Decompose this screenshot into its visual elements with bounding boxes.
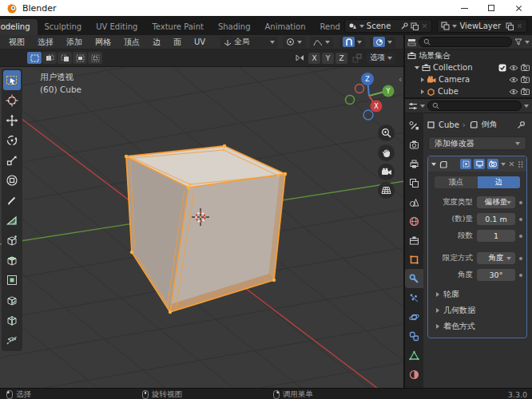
tab-animation[interactable]: Animation bbox=[258, 19, 313, 35]
render-visibility-icon[interactable] bbox=[521, 88, 530, 95]
tool-knife[interactable] bbox=[3, 330, 21, 350]
viewport-3d[interactable]: 用户透视 (60) Cube Z Y X bbox=[0, 67, 403, 388]
tab-sculpting[interactable]: Sculpting bbox=[38, 19, 89, 35]
tab-collection[interactable] bbox=[405, 231, 423, 250]
tab-edges[interactable]: 边 bbox=[478, 176, 521, 188]
outliner-row-collection[interactable]: Collection bbox=[405, 61, 532, 73]
tab-uv-editing[interactable]: UV Editing bbox=[89, 19, 145, 35]
tab-vertices[interactable]: 顶点 bbox=[435, 176, 478, 188]
eye-icon[interactable] bbox=[509, 89, 518, 95]
menu-face[interactable]: 面 bbox=[168, 37, 187, 48]
render-visibility-icon[interactable] bbox=[521, 64, 530, 71]
options-dropdown[interactable]: 选项 bbox=[367, 53, 395, 64]
tool-annotate[interactable] bbox=[3, 190, 21, 210]
copy-icon[interactable] bbox=[411, 22, 419, 30]
outliner-editor-icon[interactable] bbox=[407, 38, 416, 46]
tool-inset-faces[interactable] bbox=[3, 270, 21, 290]
breadcrumb-modifier[interactable]: 倒角 bbox=[482, 119, 498, 130]
sidebar-collapse-arrow[interactable]: ‹ bbox=[399, 75, 402, 84]
select-mode-tweak[interactable] bbox=[27, 52, 42, 64]
expand-icon[interactable] bbox=[421, 89, 424, 94]
width-type-dropdown[interactable]: 偏移量 bbox=[477, 196, 515, 208]
snap-toggle-group[interactable] bbox=[339, 37, 365, 48]
select-mode-extend[interactable] bbox=[58, 52, 72, 64]
menu-add[interactable]: 添加 bbox=[61, 37, 88, 48]
angle-field[interactable]: 30° bbox=[477, 269, 515, 281]
render-visibility-icon[interactable] bbox=[521, 76, 530, 83]
tab-object-data[interactable] bbox=[405, 346, 423, 365]
section-geometry[interactable]: 几何数据 bbox=[428, 302, 526, 318]
menu-select[interactable]: 选择 bbox=[32, 37, 59, 48]
snap-with-group[interactable] bbox=[370, 37, 395, 48]
properties-editor-icon[interactable] bbox=[408, 102, 418, 110]
proportional-falloff-dropdown[interactable] bbox=[310, 37, 333, 48]
breadcrumb-object[interactable]: Cube bbox=[439, 120, 459, 129]
pivot-dropdown[interactable] bbox=[283, 37, 305, 48]
tab-rendering[interactable]: Rend bbox=[313, 19, 342, 35]
mirror-y-button[interactable]: Y bbox=[322, 53, 334, 64]
unlink-icon[interactable] bbox=[423, 23, 427, 28]
pin-icon[interactable] bbox=[401, 22, 408, 30]
amount-field[interactable]: 0.1 m bbox=[477, 213, 515, 225]
tool-rotate[interactable] bbox=[3, 130, 21, 150]
tab-texture-paint[interactable]: Texture Paint bbox=[145, 19, 211, 35]
tab-physics[interactable] bbox=[405, 307, 423, 326]
add-modifier-button[interactable]: 添加修改器 bbox=[428, 136, 526, 150]
expand-icon[interactable] bbox=[421, 77, 424, 82]
copy-icon[interactable] bbox=[506, 22, 514, 30]
checkbox-icon[interactable] bbox=[498, 64, 506, 72]
render-display-toggle[interactable] bbox=[487, 159, 498, 169]
tab-modifiers[interactable] bbox=[405, 269, 423, 288]
extras-dropdown-icon[interactable] bbox=[501, 163, 506, 166]
scene-selector[interactable]: Scene bbox=[344, 19, 433, 33]
tool-measure[interactable] bbox=[3, 210, 21, 230]
delete-modifier-icon[interactable] bbox=[509, 161, 514, 167]
drag-handle-icon[interactable] bbox=[518, 160, 523, 168]
navigation-gizmo[interactable]: Z Y X bbox=[342, 69, 403, 124]
tab-render[interactable] bbox=[405, 135, 423, 154]
tab-shading[interactable]: Shading bbox=[211, 19, 258, 35]
properties-search-input[interactable] bbox=[427, 101, 522, 111]
outliner-row-scene-collection[interactable]: 场景集合 bbox=[405, 49, 532, 61]
tab-output[interactable] bbox=[405, 154, 423, 173]
tab-particles[interactable] bbox=[405, 288, 423, 307]
tab-modeling[interactable]: Modeling bbox=[0, 19, 38, 35]
pin-icon[interactable] bbox=[517, 120, 526, 129]
tab-view-layer[interactable] bbox=[405, 173, 423, 192]
animate-decorator[interactable] bbox=[519, 201, 522, 204]
tab-material[interactable] bbox=[405, 365, 423, 384]
snap-individual-icon[interactable] bbox=[352, 53, 362, 63]
animate-decorator[interactable] bbox=[519, 257, 522, 260]
menu-view[interactable]: 视图 bbox=[3, 37, 30, 48]
eye-icon[interactable] bbox=[509, 65, 518, 71]
snap-magnet-icon[interactable] bbox=[343, 37, 355, 47]
select-mode-new[interactable] bbox=[42, 52, 57, 64]
tab-constraints[interactable] bbox=[405, 326, 423, 346]
tab-tool[interactable] bbox=[405, 116, 423, 135]
animate-decorator[interactable] bbox=[519, 235, 522, 238]
menu-uv[interactable]: UV bbox=[189, 38, 211, 46]
outliner-search-input[interactable] bbox=[419, 37, 512, 47]
outliner-row-camera[interactable]: Camera bbox=[405, 73, 532, 85]
camera-view-button[interactable] bbox=[378, 164, 395, 180]
tab-object[interactable] bbox=[405, 250, 423, 269]
minimize-button[interactable] bbox=[451, 0, 478, 16]
realtime-display-toggle[interactable] bbox=[474, 159, 485, 169]
menu-mesh[interactable]: 网格 bbox=[89, 37, 117, 48]
tool-loop-cut[interactable] bbox=[3, 310, 21, 330]
ortho-toggle-button[interactable] bbox=[378, 182, 395, 199]
tool-transform[interactable] bbox=[3, 170, 21, 190]
remove-icon[interactable] bbox=[517, 23, 522, 28]
filter-icon[interactable] bbox=[514, 38, 522, 45]
tab-world[interactable] bbox=[405, 211, 423, 231]
viewlayer-selector[interactable]: ViewLayer bbox=[437, 19, 527, 33]
tab-scene[interactable] bbox=[405, 192, 423, 211]
expand-icon[interactable] bbox=[415, 66, 419, 69]
tool-cursor[interactable] bbox=[3, 90, 21, 110]
zoom-button[interactable] bbox=[378, 124, 395, 141]
select-mode-intersect[interactable] bbox=[88, 52, 102, 64]
menu-vertex[interactable]: 顶点 bbox=[118, 37, 145, 48]
limit-method-dropdown[interactable]: 角度 bbox=[477, 252, 515, 264]
section-profile[interactable]: 轮廓 bbox=[428, 286, 526, 302]
tool-bevel[interactable] bbox=[3, 290, 21, 310]
